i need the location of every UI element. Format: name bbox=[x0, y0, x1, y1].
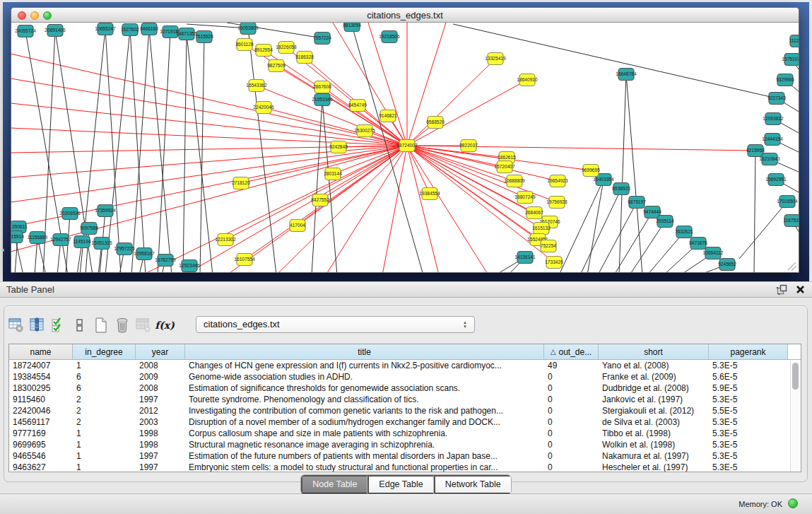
graph-node[interactable]: 2684067 bbox=[525, 207, 543, 219]
graph-node[interactable]: 6879197 bbox=[628, 197, 646, 209]
zoom-window-icon[interactable] bbox=[43, 11, 52, 20]
graph-node[interactable]: 21053346 bbox=[312, 94, 333, 106]
graph-node[interactable]: 9242848 bbox=[329, 141, 348, 153]
minimize-window-icon[interactable] bbox=[30, 11, 39, 20]
graph-node[interactable]: 15692951 bbox=[765, 174, 787, 186]
table-header-row[interactable]: namein_degreeyeartitle△out_de...shortpag… bbox=[9, 344, 801, 360]
table-body[interactable]: 1872400712008Changes of HCN gene express… bbox=[9, 360, 801, 472]
graph-node[interactable]: 1733426 bbox=[545, 257, 563, 269]
graph-node[interactable]: 16543362 bbox=[246, 80, 267, 92]
column-header-in-degree[interactable]: in_degree bbox=[73, 344, 136, 359]
graph-node[interactable]: 18640910 bbox=[517, 74, 538, 86]
graph-node[interactable]: 9227343 bbox=[767, 93, 786, 105]
graph-node[interactable]: 16053809 bbox=[237, 23, 259, 35]
graph-node[interactable]: 7632621 bbox=[675, 226, 693, 238]
graph-node[interactable]: 9699695 bbox=[582, 165, 600, 177]
close-panel-icon[interactable] bbox=[796, 285, 805, 294]
column-header-pagerank[interactable]: pagerank bbox=[709, 344, 788, 359]
graph-node[interactable]: 10655247 bbox=[95, 23, 116, 35]
graph-node[interactable]: 9146821 bbox=[379, 110, 397, 122]
graph-node[interactable]: 20691406 bbox=[45, 25, 66, 37]
node-table[interactable]: namein_degreeyeartitle△out_de...shortpag… bbox=[8, 344, 801, 472]
function-builder-icon[interactable]: f(x) bbox=[154, 316, 175, 334]
delete-column-icon[interactable] bbox=[112, 316, 133, 334]
row-height-icon[interactable] bbox=[69, 316, 90, 334]
table-row[interactable]: 2242004622012Investigating the contribut… bbox=[9, 405, 801, 416]
graph-node[interactable]: 24055724 bbox=[15, 25, 36, 37]
column-header-out-de-[interactable]: △out_de... bbox=[544, 344, 599, 359]
graph-node[interactable]: 2935114 bbox=[656, 216, 674, 228]
tab-network-table[interactable]: Network Table bbox=[434, 475, 511, 494]
graph-node[interactable]: 12942757 bbox=[50, 234, 71, 246]
graph-node[interactable]: 8471676 bbox=[689, 238, 707, 250]
graph-node[interactable]: 12213302 bbox=[215, 234, 236, 246]
graph-node[interactable]: 16210643 bbox=[759, 153, 780, 165]
graph-node[interactable]: 8427552 bbox=[311, 194, 329, 206]
graph-node[interactable]: 417004 bbox=[290, 220, 305, 232]
table-panel-header[interactable]: Table Panel bbox=[0, 281, 812, 298]
graph-node[interactable]: 13325419 bbox=[485, 53, 506, 65]
graph-node[interactable]: 9822037 bbox=[459, 140, 478, 152]
graph-node[interactable]: 9329966 bbox=[776, 74, 794, 86]
graph-node[interactable]: 2867608 bbox=[313, 81, 331, 93]
graph-node[interactable]: 12923446 bbox=[179, 260, 200, 272]
graph-node[interactable]: 15051315 bbox=[91, 238, 112, 250]
selection-mode-icon[interactable] bbox=[48, 316, 69, 334]
graph-node[interactable]: 19218506 bbox=[379, 31, 400, 43]
table-row[interactable]: 1830029562008Estimation of significance … bbox=[9, 382, 801, 394]
table-row[interactable]: 946554611997Estimation of the future num… bbox=[9, 450, 801, 462]
graph-node[interactable]: 7515526 bbox=[195, 31, 213, 43]
close-window-icon[interactable] bbox=[18, 11, 26, 20]
graph-node[interactable]: 10654112 bbox=[703, 247, 724, 259]
network-window-titlebar[interactable]: citations_edges.txt bbox=[11, 8, 799, 23]
graph-node[interactable]: 17359924 bbox=[95, 205, 116, 217]
graph-node[interactable]: 8454749 bbox=[348, 100, 367, 112]
graph-node[interactable]: 9827509 bbox=[267, 60, 286, 72]
graph-node[interactable]: 18226058 bbox=[276, 42, 297, 54]
graph-node[interactable]: 19384554 bbox=[419, 188, 440, 200]
graph-node[interactable]: 6466160 bbox=[140, 23, 158, 35]
graph-node[interactable]: 1527602 bbox=[121, 24, 139, 36]
graph-node[interactable]: 9245652 bbox=[718, 259, 736, 271]
table-row[interactable]: 1456911722003Disruption of a novel membe… bbox=[9, 416, 801, 428]
graph-node[interactable]: 8813054 bbox=[343, 23, 361, 32]
table-row[interactable]: 911546021997Tourette syndrome. Phenomeno… bbox=[9, 394, 801, 405]
table-row[interactable]: 977716911998Corpus callosum shape and si… bbox=[9, 428, 801, 439]
graph-node[interactable]: 19654923 bbox=[547, 175, 568, 187]
graph-node[interactable]: 10688809 bbox=[504, 175, 525, 187]
tab-node-table[interactable]: Node Table bbox=[301, 475, 367, 494]
create-column-icon[interactable] bbox=[90, 316, 112, 334]
graph-node[interactable]: 22420046 bbox=[253, 102, 274, 114]
table-row[interactable]: 1872400712008Changes of HCN gene express… bbox=[9, 360, 801, 371]
graph-node[interactable]: 7957224 bbox=[313, 33, 331, 45]
graph-node[interactable]: 12444154 bbox=[762, 134, 783, 146]
graph-node[interactable]: 16782759 bbox=[155, 255, 176, 267]
graph-node[interactable]: 752254 bbox=[541, 240, 556, 252]
column-header-name[interactable]: name bbox=[9, 344, 73, 359]
graph-node[interactable]: 16648784 bbox=[616, 69, 637, 81]
graph-node[interactable]: 1615132 bbox=[532, 223, 551, 235]
graph-node[interactable]: 15720407 bbox=[494, 161, 515, 173]
graph-node[interactable]: 18724007 bbox=[396, 140, 418, 152]
graph-node[interactable]: 1112744 bbox=[789, 35, 799, 47]
graph-node[interactable]: 1145194 bbox=[73, 236, 91, 248]
graph-node[interactable]: 8912954 bbox=[254, 45, 273, 57]
graph-node[interactable]: 19756928 bbox=[546, 197, 567, 209]
float-panel-icon[interactable] bbox=[777, 284, 787, 295]
graph-node[interactable]: 11156889 bbox=[28, 232, 48, 244]
delete-table-icon[interactable] bbox=[133, 316, 154, 334]
memory-status-icon[interactable] bbox=[788, 498, 798, 508]
graph-node[interactable]: 2718120 bbox=[232, 177, 250, 189]
tab-edge-table[interactable]: Edge Table bbox=[367, 475, 433, 494]
graph-node[interactable]: 9097588 bbox=[80, 223, 98, 235]
table-select-dropdown[interactable]: citations_edges.txt ▴▾ bbox=[196, 316, 475, 333]
network-canvas[interactable]: 2405572420691406106552471527602646616010… bbox=[11, 23, 799, 272]
graph-node[interactable]: 3915914 bbox=[11, 231, 24, 243]
table-scrollbar-thumb[interactable] bbox=[792, 363, 799, 390]
column-visibility-icon[interactable] bbox=[27, 316, 48, 334]
table-row[interactable]: 1938455462009Genome-wide association stu… bbox=[9, 371, 801, 382]
graph-node[interactable]: 15751074 bbox=[782, 54, 799, 66]
graph-node[interactable]: 14671355 bbox=[176, 28, 197, 40]
table-row[interactable]: 946362711997Embryonic stem cells: a mode… bbox=[9, 462, 801, 472]
table-scrollbar[interactable] bbox=[790, 361, 800, 472]
